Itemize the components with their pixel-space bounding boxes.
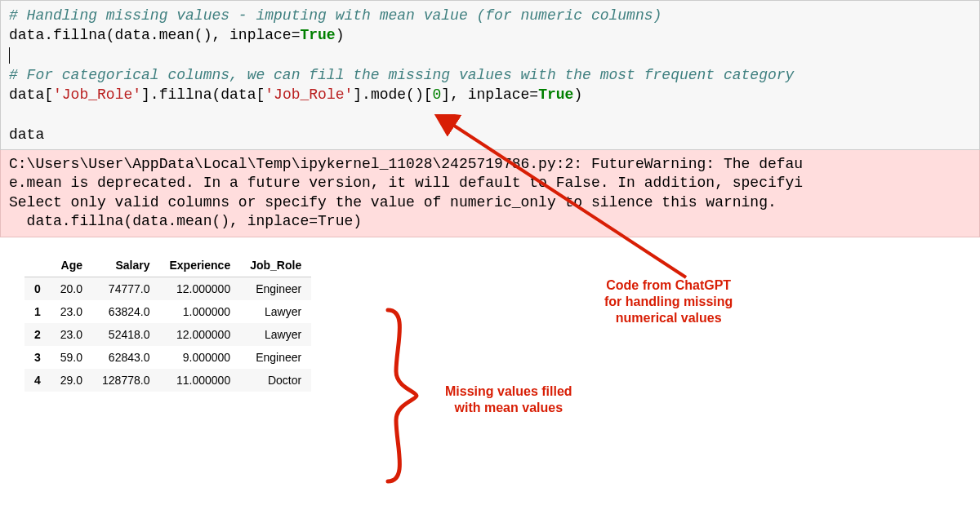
table-row: 2 23.0 52418.0 12.000000 Lawyer (24, 323, 311, 346)
code-cell[interactable]: # Handling missing values - imputing wit… (0, 0, 980, 150)
warning-line-2: e.mean is deprecated. In a future versio… (9, 175, 803, 191)
code-line-5: data['Job_Role'].fillna(data['Job_Role']… (9, 86, 582, 103)
table-row: 3 59.0 62843.0 9.000000 Engineer (24, 346, 311, 369)
text-cursor (9, 47, 10, 64)
brace-icon (376, 306, 425, 485)
col-age: Age (51, 254, 92, 277)
code-comment-2: # For categorical columns, we can fill t… (9, 67, 794, 83)
code-comment-1: # Handling missing values - imputing wit… (9, 7, 662, 24)
col-experience: Experience (159, 254, 240, 277)
warning-line-4: data.fillna(data.mean(), inplace=True) (9, 213, 362, 229)
annotation-brace-label: Missing values filledwith mean values (445, 383, 572, 416)
warning-output: C:\Users\User\AppData\Local\Temp\ipykern… (0, 150, 980, 237)
code-line-2: data.fillna(data.mean(), inplace=True) (9, 27, 345, 43)
warning-line-3: Select only valid columns or specify the… (9, 194, 777, 210)
col-salary: Salary (92, 254, 159, 277)
annotation-arrow-label: Code from ChatGPTfor handling missingnum… (604, 277, 733, 326)
warning-line-1: C:\Users\User\AppData\Local\Temp\ipykern… (9, 156, 803, 172)
col-index (24, 254, 51, 277)
table-row: 4 29.0 128778.0 11.000000 Doctor (24, 369, 311, 392)
dataframe-output: Age Salary Experience Job_Role 0 20.0 74… (24, 254, 311, 392)
table-header: Age Salary Experience Job_Role (24, 254, 311, 277)
table-row: 0 20.0 74777.0 12.000000 Engineer (24, 277, 311, 300)
code-line-7: data (9, 126, 44, 143)
table-row: 1 23.0 63824.0 1.000000 Lawyer (24, 300, 311, 323)
col-job-role: Job_Role (240, 254, 311, 277)
